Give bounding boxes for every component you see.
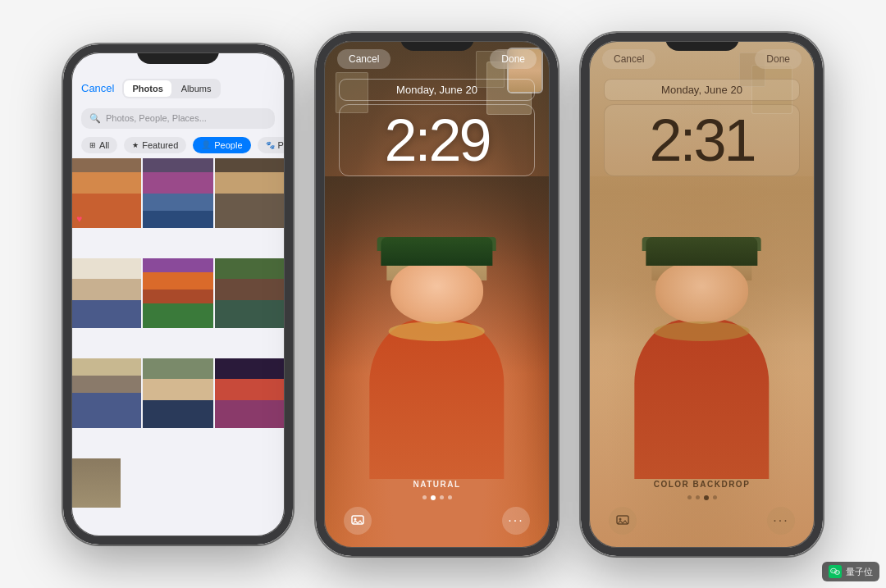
scene: Cancel Photos Albums 🔍 Photos, People, P…: [0, 0, 886, 588]
phone3-screen: Cancel Done Monday, June 20 2:31: [589, 41, 815, 548]
paw-icon: 🐾: [266, 141, 275, 149]
ls3-date: Monday, June 20: [604, 79, 800, 101]
photo-cell-1[interactable]: ♥: [71, 158, 141, 228]
dot3-4: [713, 495, 717, 499]
ls3-date-text: Monday, June 20: [661, 84, 742, 96]
dot3-2: [696, 495, 700, 499]
filter-pets[interactable]: 🐾 Pets: [258, 137, 285, 153]
photo-8: [143, 358, 212, 428]
ls3-time-container: 2:31: [604, 104, 800, 176]
gallery-svg: [351, 515, 364, 526]
photo-3: [215, 158, 285, 228]
ls3-bottom-icons: ···: [589, 507, 815, 535]
photo-cell-5[interactable]: [143, 258, 212, 328]
dot-1: [422, 495, 427, 499]
wechat-watermark: 量子位: [822, 562, 879, 581]
ls3-style-label: COLOR BACKDROP: [654, 480, 751, 489]
photos-ui: Cancel Photos Albums 🔍 Photos, People, P…: [71, 52, 285, 536]
search-bar[interactable]: 🔍 Photos, People, Places...: [81, 108, 275, 129]
photo-cell-6[interactable]: [215, 258, 285, 328]
phone3-notch: [665, 33, 739, 51]
search-placeholder: Photos, People, Places...: [106, 113, 207, 123]
filter-row: ⊞ All ★ Featured 👤 People 🐾 Pets: [71, 134, 285, 158]
ls2-style-label: NATURAL: [413, 480, 460, 489]
phone1: Cancel Photos Albums 🔍 Photos, People, P…: [63, 44, 293, 545]
phone2: Cancel Done Monday, June 20 2:29: [316, 33, 558, 556]
ls3-more-icon[interactable]: ···: [767, 507, 795, 535]
ls3-person: [606, 237, 798, 480]
phone2-notch: [400, 33, 474, 51]
ls3-cap-body: [646, 237, 758, 267]
heart-icon: ♥: [76, 213, 82, 225]
ls2-date-text: Monday, June 20: [396, 84, 477, 96]
svg-point-5: [832, 570, 833, 571]
ls2-photo-area: [324, 176, 550, 480]
ls3-cancel-button[interactable]: Cancel: [602, 49, 655, 69]
ls2-shirt: [370, 319, 505, 479]
ls2-more-icon[interactable]: ···: [502, 507, 530, 535]
gallery-svg-3: [616, 515, 629, 526]
photo-4: [71, 258, 141, 328]
filter-featured-label: Featured: [142, 140, 178, 150]
tab-albums[interactable]: Albums: [173, 80, 220, 97]
photo-cell-9[interactable]: [215, 358, 285, 428]
lockscreen-natural: Cancel Done Monday, June 20 2:29: [324, 41, 550, 548]
photo-1: ♥: [71, 158, 141, 228]
photo-cell-3[interactable]: [215, 158, 285, 228]
dot-2-active: [431, 495, 436, 500]
phone2-screen: Cancel Done Monday, June 20 2:29: [324, 41, 550, 548]
person-icon: 👤: [201, 140, 211, 149]
ls2-date: Monday, June 20: [339, 79, 535, 101]
ls3-dots: [687, 495, 717, 500]
ls2-bottom-icons: ···: [324, 507, 550, 535]
dot-4: [448, 495, 452, 499]
ls3-necklace: [654, 321, 750, 341]
ls3-time: 2:31: [649, 107, 754, 173]
dot3-1: [687, 495, 692, 499]
photo-5: [143, 258, 212, 328]
photo-cell-10[interactable]: [71, 458, 121, 508]
filter-people[interactable]: 👤 People: [193, 137, 250, 153]
tab-control: Photos Albums: [122, 79, 221, 98]
phone1-screen: Cancel Photos Albums 🔍 Photos, People, P…: [71, 52, 285, 536]
ls2-cancel-button[interactable]: Cancel: [337, 49, 390, 69]
filter-all-label: All: [99, 140, 109, 150]
ls2-time: 2:29: [384, 107, 489, 173]
svg-point-6: [833, 570, 834, 571]
cancel-button[interactable]: Cancel: [81, 82, 114, 94]
wechat-icon: [830, 567, 840, 576]
ls3-done-button[interactable]: Done: [755, 49, 802, 69]
ls2-gallery-icon[interactable]: [344, 507, 372, 535]
phone3: Cancel Done Monday, June 20 2:31: [581, 33, 823, 556]
filter-pets-label: Pets: [278, 140, 285, 150]
photo-6: [215, 258, 285, 328]
photo-10: [71, 458, 121, 508]
svg-point-3: [619, 517, 622, 520]
photo-cell-2[interactable]: [143, 158, 212, 228]
photo-grid: ♥: [71, 158, 285, 536]
ls2-face: [390, 261, 482, 324]
lockscreen-sepia: Cancel Done Monday, June 20 2:31: [589, 41, 815, 548]
search-icon: 🔍: [89, 113, 101, 124]
star-icon: ★: [132, 141, 139, 149]
ls3-shirt: [635, 319, 770, 479]
photo-9: [215, 358, 285, 428]
tab-photos[interactable]: Photos: [124, 80, 171, 97]
ls2-necklace: [389, 321, 485, 341]
ls3-gallery-icon[interactable]: [609, 507, 637, 535]
ls3-bottom: COLOR BACKDROP: [589, 480, 815, 548]
filter-featured[interactable]: ★ Featured: [124, 137, 186, 153]
filter-all[interactable]: ⊞ All: [81, 137, 117, 153]
dot3-3-active: [704, 495, 709, 500]
phone1-notch: [137, 44, 219, 64]
grid-icon: ⊞: [89, 141, 96, 149]
filter-people-label: People: [214, 140, 242, 150]
dot-3: [440, 495, 444, 499]
photo-cell-8[interactable]: [143, 358, 212, 428]
photo-cell-4[interactable]: [71, 258, 141, 328]
ls2-dots: [422, 495, 452, 500]
ls3-photo-area: [589, 176, 815, 480]
photo-cell-7[interactable]: [71, 358, 141, 428]
ls2-done-button[interactable]: Done: [490, 49, 537, 69]
ls2-time-container: 2:29: [339, 104, 535, 176]
